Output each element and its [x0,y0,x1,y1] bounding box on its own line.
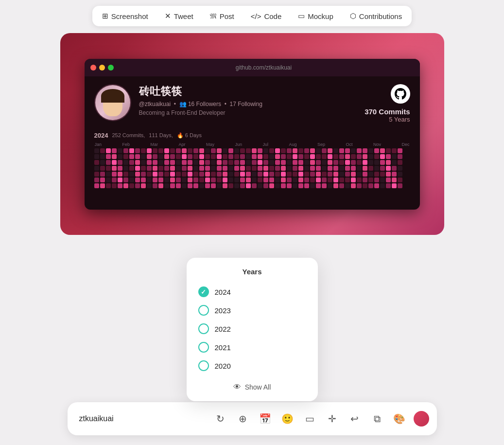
back-button[interactable]: ↩ [345,409,365,429]
nav-screenshot[interactable]: ⊞ Screenshot [94,8,156,24]
grid-cell [176,166,181,171]
grid-cell [258,172,262,177]
grid-cell [147,160,152,165]
calendar-button[interactable]: 📅 [255,409,276,429]
emoji-button[interactable]: 🙂 [278,409,298,429]
grid-cell [357,172,362,177]
grid-cell [240,166,245,171]
year-label-2022: 2022 [215,325,231,333]
year-item-2024[interactable]: 2024 [187,283,318,301]
grid-week [293,148,297,188]
grid-cell [176,154,181,159]
nav-post[interactable]: 𝔐 Post [202,8,242,24]
grid-cell [322,160,327,165]
grid-week [287,148,292,188]
browser-titlebar: github.com/ztkuaikuai [85,59,420,76]
grid-cell [322,183,327,188]
grid-cell [333,154,338,159]
profile-stats: 370 Commits 5 Years [365,84,410,123]
grid-cell [141,154,146,159]
palette-button[interactable]: 🎨 [389,409,410,429]
nav-tweet[interactable]: ✕ Tweet [157,8,201,24]
grid-cell [316,148,321,153]
grid-cell [100,166,105,171]
grid-cell [269,172,274,177]
nav-contributions[interactable]: ⬡ Contributions [342,8,410,24]
grid-cell [392,166,397,171]
grid-cell [304,172,309,177]
refresh-icon: ↻ [216,413,225,425]
year-item-2022[interactable]: 2022 [187,320,318,338]
grid-cell [100,183,105,188]
grid-cell [141,172,146,177]
grid-cell [310,160,315,165]
year-item-2023[interactable]: 2023 [187,301,318,320]
grid-cell [310,178,315,182]
grid-cell [199,160,204,165]
grid-cell [199,172,204,177]
grid-cell [240,183,245,188]
back-icon: ↩ [350,413,359,425]
grid-cell [193,148,198,153]
grid-cell [234,183,239,188]
grid-cell [298,148,303,153]
grid-week [374,148,379,188]
grid-cell [135,154,140,159]
layout-button[interactable]: ⊕ [233,409,253,429]
grid-cell [135,178,140,182]
show-all-button[interactable]: 👁 Show All [187,377,318,397]
grid-cell [252,160,257,165]
grid-cell [112,148,117,153]
grid-cell [158,178,163,182]
move-button[interactable]: ✛ [322,409,343,429]
grid-cell [147,178,152,182]
grid-cell [339,183,344,188]
grid-cell [269,183,274,188]
grid-cell [223,166,227,171]
grid-cell [281,172,286,177]
grid-cell [223,172,227,177]
grid-cell [188,154,192,159]
toolbar-username: ztkuaikuai [75,414,209,423]
grid-cell [368,172,373,177]
grid-cell [217,148,222,153]
grid-cell [112,154,117,159]
grid-cell [293,166,297,171]
grid-week [380,148,385,188]
year-radio-2024 [198,286,209,297]
contrib-year: 2024 [94,132,108,139]
grid-cell [188,148,192,153]
grid-cell [363,160,367,165]
year-item-2021[interactable]: 2021 [187,338,318,356]
nav-code[interactable]: </> Code [243,8,290,24]
grid-cell [164,166,169,171]
color-swatch-button[interactable] [414,411,429,427]
refresh-button[interactable]: ↻ [210,409,231,429]
grid-cell [298,178,303,182]
grid-week [252,148,257,188]
nav-mockup-label: Mockup [308,12,333,20]
grid-cell [374,172,379,177]
grid-cell [287,183,292,188]
profile-meta: @ztkuaikuai • 👥 16 Followers • 17 Follow… [139,101,357,107]
grid-cell [357,183,362,188]
copy-button[interactable]: ⧉ [367,409,387,429]
grid-cell [94,166,99,171]
year-item-2020[interactable]: 2020 [187,356,318,375]
grid-cell [123,148,128,153]
grid-cell [118,172,122,177]
grid-cell [211,172,216,177]
grid-cell [351,178,356,182]
grid-cell [374,148,379,153]
grid-cell [188,160,192,165]
grid-cell [223,160,227,165]
display-button[interactable]: ▭ [300,409,320,429]
nav-mockup[interactable]: ▭ Mockup [290,8,341,24]
grid-cell [333,160,338,165]
grid-cell [304,154,309,159]
grid-cell [234,172,239,177]
grid-cell [304,178,309,182]
grid-cell [351,166,356,171]
grid-cell [316,183,321,188]
contrib-streak: 🔥 6 Days [177,132,202,139]
